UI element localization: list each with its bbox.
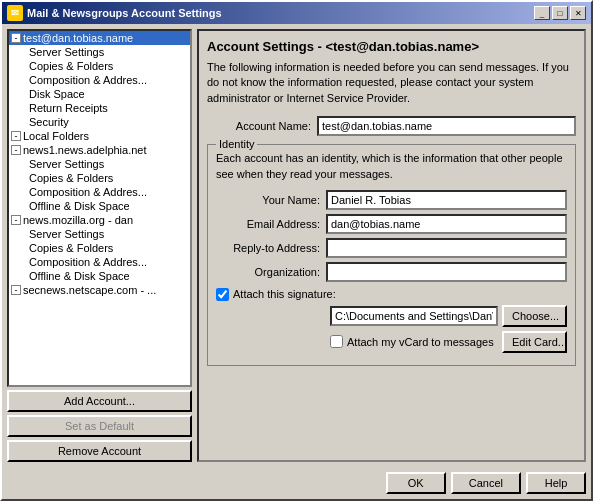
- your-name-input[interactable]: [326, 190, 567, 210]
- window-body: - test@dan.tobias.name Server Settings C…: [2, 24, 591, 467]
- description-text: The following information is needed befo…: [207, 60, 576, 106]
- sidebar-item-security-1[interactable]: Security: [9, 115, 190, 129]
- sidebar-item-copies-3[interactable]: Copies & Folders: [9, 241, 190, 255]
- sidebar-item-composition-2[interactable]: Composition & Addres...: [9, 185, 190, 199]
- maximize-button[interactable]: □: [552, 6, 568, 20]
- org-input[interactable]: [326, 262, 567, 282]
- reply-row: Reply-to Address:: [216, 238, 567, 258]
- sidebar-bottom-buttons: Add Account... Set as Default Remove Acc…: [7, 390, 192, 462]
- collapse-icon-local: -: [11, 131, 21, 141]
- identity-description: Each account has an identity, which is t…: [216, 151, 567, 182]
- sidebar-item-server-2[interactable]: Server Settings: [9, 157, 190, 171]
- close-button[interactable]: ✕: [570, 6, 586, 20]
- collapse-icon-secnews: -: [11, 285, 21, 295]
- window-icon: ✉: [7, 5, 23, 21]
- email-label: Email Address:: [216, 218, 326, 230]
- account-label: test@dan.tobias.name: [23, 32, 133, 44]
- attach-sig-label: Attach this signature:: [233, 288, 336, 300]
- cancel-button[interactable]: Cancel: [451, 472, 521, 494]
- account-item-local[interactable]: - Local Folders: [9, 129, 190, 143]
- sidebar-item-copies-folders-1[interactable]: Copies & Folders: [9, 59, 190, 73]
- collapse-icon-adelphia: -: [11, 145, 21, 155]
- sidebar-item-server-settings-1[interactable]: Server Settings: [9, 45, 190, 59]
- sidebar-item-return-receipts-1[interactable]: Return Receipts: [9, 101, 190, 115]
- attach-sig-checkbox[interactable]: [216, 288, 229, 301]
- left-panel: - test@dan.tobias.name Server Settings C…: [7, 29, 192, 462]
- right-panel: Account Settings - <test@dan.tobias.name…: [197, 29, 586, 462]
- account-item-adelphia[interactable]: - news1.news.adelphia.net: [9, 143, 190, 157]
- org-label: Organization:: [216, 266, 326, 278]
- sidebar-item-disk-space-1[interactable]: Disk Space: [9, 87, 190, 101]
- title-bar: ✉ Mail & Newsgroups Account Settings _ □…: [2, 2, 591, 24]
- account-name-label: Account Name:: [207, 120, 317, 132]
- sidebar-item-copies-2[interactable]: Copies & Folders: [9, 171, 190, 185]
- attach-sig-row: Attach this signature:: [216, 288, 567, 301]
- account-name-row: Account Name:: [207, 116, 576, 136]
- help-button[interactable]: Help: [526, 472, 586, 494]
- remove-account-button[interactable]: Remove Account: [7, 440, 192, 462]
- vcard-label: Attach my vCard to messages: [347, 336, 494, 348]
- sidebar-item-composition-3[interactable]: Composition & Addres...: [9, 255, 190, 269]
- reply-input[interactable]: [326, 238, 567, 258]
- identity-legend: Identity: [216, 138, 257, 150]
- your-name-row: Your Name:: [216, 190, 567, 210]
- email-input[interactable]: [326, 214, 567, 234]
- reply-label: Reply-to Address:: [216, 242, 326, 254]
- collapse-icon: -: [11, 33, 21, 43]
- collapse-icon-mozilla: -: [11, 215, 21, 225]
- minimize-button[interactable]: _: [534, 6, 550, 20]
- identity-section: Identity Each account has an identity, w…: [207, 144, 576, 366]
- sig-path-row: Choose...: [216, 305, 567, 327]
- add-account-button[interactable]: Add Account...: [7, 390, 192, 412]
- account-item-secnews[interactable]: - secnews.netscape.com - ...: [9, 283, 190, 297]
- your-name-label: Your Name:: [216, 194, 326, 206]
- sidebar-item-server-3[interactable]: Server Settings: [9, 227, 190, 241]
- sig-path-input[interactable]: [330, 306, 498, 326]
- account-item-test[interactable]: - test@dan.tobias.name: [9, 31, 190, 45]
- vcard-row: Attach my vCard to messages Edit Card...: [216, 331, 567, 353]
- sidebar-item-composition-1[interactable]: Composition & Addres...: [9, 73, 190, 87]
- footer-buttons: OK Cancel Help: [2, 467, 591, 499]
- sidebar-item-offline-3[interactable]: Offline & Disk Space: [9, 269, 190, 283]
- account-tree[interactable]: - test@dan.tobias.name Server Settings C…: [7, 29, 192, 387]
- set-default-button[interactable]: Set as Default: [7, 415, 192, 437]
- vcard-checkbox[interactable]: [330, 335, 343, 348]
- ok-button[interactable]: OK: [386, 472, 446, 494]
- org-row: Organization:: [216, 262, 567, 282]
- account-item-mozilla[interactable]: - news.mozilla.org - dan: [9, 213, 190, 227]
- email-row: Email Address:: [216, 214, 567, 234]
- main-window: ✉ Mail & Newsgroups Account Settings _ □…: [0, 0, 593, 501]
- window-title: Mail & Newsgroups Account Settings: [27, 7, 222, 19]
- title-bar-controls: _ □ ✕: [534, 6, 586, 20]
- sidebar-item-offline-2[interactable]: Offline & Disk Space: [9, 199, 190, 213]
- account-name-input[interactable]: [317, 116, 576, 136]
- panel-title: Account Settings - <test@dan.tobias.name…: [207, 39, 576, 54]
- edit-card-button[interactable]: Edit Card...: [502, 331, 567, 353]
- choose-button[interactable]: Choose...: [502, 305, 567, 327]
